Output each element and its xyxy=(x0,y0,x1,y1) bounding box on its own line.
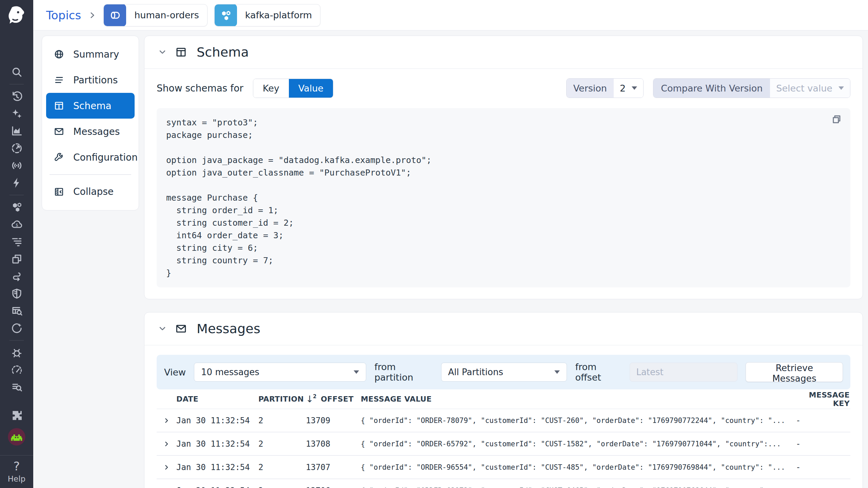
sidebar-item-partitions[interactable]: Partitions xyxy=(46,67,135,93)
hexagons-infrastructure-icon[interactable] xyxy=(11,201,23,214)
sparkles-ai-icon[interactable] xyxy=(11,107,23,120)
log-explorer-icon[interactable] xyxy=(11,381,23,393)
history-icon[interactable] xyxy=(11,90,23,103)
watchdog-radar-icon[interactable] xyxy=(11,142,23,155)
from-offset-label: from offset xyxy=(575,362,622,383)
globe-icon xyxy=(54,49,64,60)
chevron-down-icon[interactable] xyxy=(157,324,167,334)
software-catalog-icon[interactable] xyxy=(11,253,23,265)
help-icon[interactable]: ? xyxy=(13,460,20,472)
menu-divider xyxy=(50,174,131,175)
sidebar-divider xyxy=(9,84,24,84)
workflow-link-icon[interactable] xyxy=(11,270,23,283)
bug-tracking-icon[interactable] xyxy=(11,346,23,359)
row-partition: 2 xyxy=(258,416,306,425)
caret-down-icon xyxy=(554,370,560,374)
schema-section: Schema Show schemas for Key Value Versio… xyxy=(144,36,863,299)
caret-down-icon xyxy=(354,370,359,374)
menu-item-label: Schema xyxy=(73,100,112,111)
toggle-key-button[interactable]: Key xyxy=(253,79,289,98)
show-schemas-for-label: Show schemas for xyxy=(157,83,243,94)
table-row[interactable]: Jan 30 11:32:54 2 13706 { "orderId": "OR… xyxy=(157,479,850,488)
main-column: Schema Show schemas for Key Value Versio… xyxy=(144,36,863,488)
table-row[interactable]: Jan 30 11:32:54 2 13708 { "orderId": "OR… xyxy=(157,432,850,456)
row-offset: 13706 xyxy=(306,486,361,488)
topic-chip[interactable]: human-orders xyxy=(103,4,208,26)
offset-input[interactable] xyxy=(630,363,737,382)
sidebar-divider xyxy=(9,195,24,195)
schema-table-icon xyxy=(175,46,187,58)
sidebar-item-configuration[interactable]: Configuration xyxy=(46,144,135,170)
log-pipelines-icon[interactable] xyxy=(11,236,23,248)
row-partition: 2 xyxy=(258,486,306,488)
topic-menu: Summary Partitions Schema Messages Confi… xyxy=(42,36,139,210)
version-value: 2 xyxy=(620,83,626,94)
datadog-logo-icon[interactable] xyxy=(5,4,28,26)
cluster-hexagons-icon xyxy=(215,4,237,26)
row-offset: 13707 xyxy=(306,463,361,472)
chevron-right-icon xyxy=(162,463,171,471)
data-table-search-icon[interactable] xyxy=(11,305,23,317)
toggle-value-button[interactable]: Value xyxy=(289,79,333,98)
breadcrumb-topics-link[interactable]: Topics xyxy=(46,8,81,22)
performance-gauge-icon[interactable] xyxy=(11,364,23,376)
table-row[interactable]: Jan 30 11:32:54 2 13707 { "orderId": "OR… xyxy=(157,456,850,479)
schema-section-header[interactable]: Schema xyxy=(144,36,863,69)
partition-select-value: All Partitions xyxy=(448,367,503,377)
row-message-value: { "orderId": "ORDER-96554", "customerId"… xyxy=(361,463,791,471)
help-label: Help xyxy=(8,474,25,483)
sort-desc-icon: ↓2 xyxy=(306,394,317,404)
page-content: Summary Partitions Schema Messages Confi… xyxy=(33,30,868,488)
key-value-toggle: Key Value xyxy=(253,79,333,98)
collapse-panel-icon xyxy=(54,186,64,197)
topic-icon xyxy=(104,4,126,26)
cloud-cost-icon[interactable]: $ xyxy=(11,218,23,231)
caret-down-icon xyxy=(632,86,637,90)
integrations-puzzle-icon[interactable] xyxy=(10,409,23,422)
version-select[interactable]: Version 2 xyxy=(566,78,644,98)
sidebar-item-summary[interactable]: Summary xyxy=(46,41,135,67)
messages-envelope-icon xyxy=(175,323,187,335)
messages-table-header: DATE PARTITION ↓2 OFFSET MESSAGE VALUE M… xyxy=(157,389,850,409)
from-partition-label: from partition xyxy=(374,362,433,383)
date-header: DATE xyxy=(176,395,258,403)
partition-select[interactable]: All Partitions xyxy=(441,363,567,382)
row-expand-button[interactable] xyxy=(157,416,176,425)
row-expand-button[interactable] xyxy=(157,463,176,471)
app-sidebar: $ ? Help xyxy=(0,0,33,488)
retrieve-messages-button[interactable]: Retrieve Messages xyxy=(746,362,843,382)
messages-section-header[interactable]: Messages xyxy=(144,312,863,345)
offset-header[interactable]: ↓2 OFFSET xyxy=(306,394,361,404)
sidebar-item-schema[interactable]: Schema xyxy=(46,93,135,119)
messages-filters: View 10 messages from partition All Part… xyxy=(157,355,850,389)
view-select[interactable]: 10 messages xyxy=(194,363,366,382)
compare-version-select[interactable]: Compare With Version Select value xyxy=(653,78,850,98)
compare-version-label: Compare With Version xyxy=(653,79,770,98)
chevron-down-icon[interactable] xyxy=(157,47,167,57)
security-shield-icon[interactable] xyxy=(11,287,23,300)
row-expand-button[interactable] xyxy=(157,440,176,448)
row-offset: 13709 xyxy=(306,416,361,425)
sidebar-divider xyxy=(0,455,33,455)
menu-item-label: Messages xyxy=(73,126,120,137)
menu-item-label: Summary xyxy=(73,49,119,60)
chevron-right-icon xyxy=(162,440,171,448)
service-sparkle-icon[interactable] xyxy=(11,322,23,334)
row-expand-button[interactable] xyxy=(157,487,176,488)
topbar: Topics human-orders kafka-platform xyxy=(33,0,868,30)
live-signal-icon[interactable] xyxy=(11,159,23,172)
messages-table: DATE PARTITION ↓2 OFFSET MESSAGE VALUE M… xyxy=(157,389,850,488)
sidebar-item-collapse[interactable]: Collapse xyxy=(46,179,135,205)
user-avatar[interactable] xyxy=(7,427,26,446)
compare-version-placeholder: Select value xyxy=(776,83,832,94)
table-schema-icon xyxy=(54,100,64,111)
lightning-icon[interactable] xyxy=(11,177,23,189)
table-row[interactable]: Jan 30 11:32:54 2 13709 { "orderId": "OR… xyxy=(157,409,850,432)
cluster-chip[interactable]: kafka-platform xyxy=(214,4,320,26)
sidebar-item-messages[interactable]: Messages xyxy=(46,119,135,144)
schema-code: syntax = "proto3"; package purchase; opt… xyxy=(166,116,841,279)
area-chart-icon[interactable] xyxy=(11,125,23,137)
copy-icon[interactable] xyxy=(831,114,842,125)
row-message-value: { "orderId": "ORDER-65792", "customerId"… xyxy=(361,440,791,448)
search-icon[interactable] xyxy=(11,66,23,78)
